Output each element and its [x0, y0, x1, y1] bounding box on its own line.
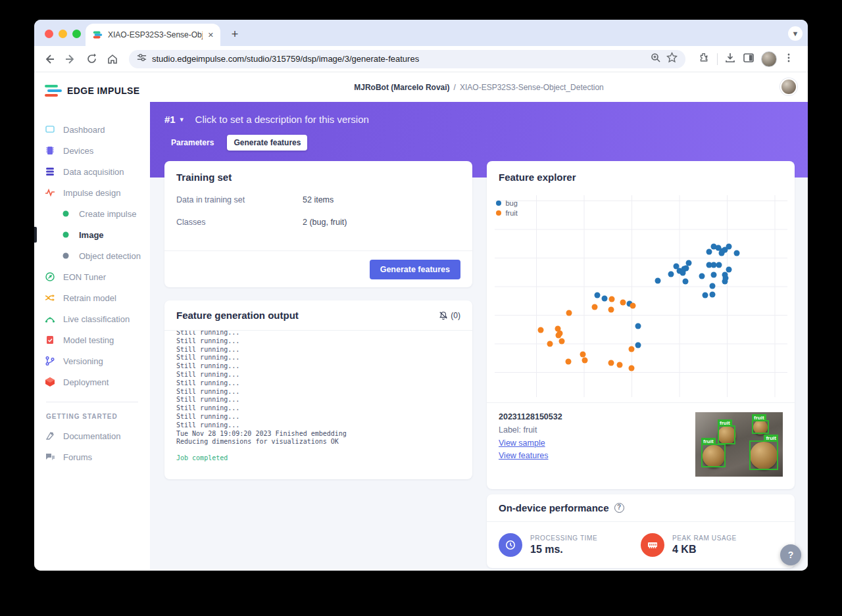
- browser-menu-icon[interactable]: [783, 53, 794, 66]
- scatter-point-bug[interactable]: [726, 244, 731, 250]
- sample-thumbnail[interactable]: fruitfruitfruitfruit: [695, 412, 783, 477]
- scatter-point-fruit[interactable]: [616, 362, 622, 368]
- sidebar-item-data-acquisition[interactable]: Data acquisition: [34, 161, 150, 182]
- scatter-point-fruit[interactable]: [558, 339, 564, 344]
- scatter-point-bug[interactable]: [706, 249, 712, 255]
- user-avatar[interactable]: [780, 78, 797, 95]
- sidebar-item-impulse-design[interactable]: Impulse design: [34, 182, 150, 203]
- sidebar-item-retrain-model[interactable]: Retrain model: [34, 287, 150, 308]
- legend-item-fruit[interactable]: fruit: [496, 209, 518, 217]
- scatter-point-fruit[interactable]: [580, 352, 585, 358]
- scatter-point-bug[interactable]: [702, 293, 708, 298]
- feature-explorer-plot[interactable]: bugfruit: [495, 195, 787, 397]
- tab-generate-features[interactable]: Generate features: [227, 135, 307, 151]
- sidebar-item-model-testing[interactable]: Model testing: [34, 329, 150, 350]
- feature-output-title: Feature generation output: [176, 310, 299, 321]
- stat-peak-ram-usage: PEAK RAM USAGE4 KB: [641, 533, 783, 557]
- home-button[interactable]: [104, 51, 121, 68]
- version-description[interactable]: Click to set a description for this vers…: [195, 114, 369, 125]
- scatter-point-bug[interactable]: [733, 250, 739, 256]
- browser-profile-avatar[interactable]: [761, 51, 777, 67]
- bookmark-star-icon[interactable]: [666, 52, 678, 66]
- sidebar-item-dashboard[interactable]: Dashboard: [34, 119, 150, 140]
- scatter-point-bug[interactable]: [699, 273, 705, 279]
- side-panel-icon[interactable]: [743, 52, 755, 66]
- scatter-point-bug[interactable]: [635, 343, 641, 348]
- sidebar-item-devices[interactable]: Devices: [34, 140, 150, 161]
- url-text[interactable]: studio.edgeimpulse.com/studio/315759/dsp…: [152, 54, 645, 64]
- scatter-point-bug[interactable]: [685, 260, 691, 266]
- sidebar-item-live-classification[interactable]: Live classification: [34, 308, 150, 329]
- version-selector[interactable]: #1 ▼: [164, 114, 185, 125]
- scatter-point-bug[interactable]: [635, 323, 641, 329]
- on-device-performance-card: On-device performance ? PROCESSING TIME1…: [487, 494, 795, 568]
- scatter-point-fruit[interactable]: [591, 304, 597, 310]
- scatter-point-bug[interactable]: [682, 279, 688, 285]
- legend-item-bug[interactable]: bug: [496, 199, 518, 207]
- breadcrumb-page[interactable]: XIAO-ESP32S3-Sense-Object_Detection: [460, 83, 604, 92]
- scatter-point-bug[interactable]: [709, 283, 715, 289]
- edge-impulse-logo[interactable]: EDGE IMPULSE: [45, 84, 150, 97]
- legend-label: fruit: [506, 209, 518, 217]
- tab-parameters[interactable]: Parameters: [164, 135, 220, 151]
- scatter-point-fruit[interactable]: [555, 333, 561, 339]
- scatter-point-fruit[interactable]: [630, 303, 635, 309]
- scatter-point-fruit[interactable]: [582, 358, 587, 364]
- view-sample-link[interactable]: View sample: [499, 438, 695, 448]
- sidebar-item-create-impulse[interactable]: Create impulse: [34, 203, 150, 224]
- generate-features-button[interactable]: Generate features: [370, 260, 460, 279]
- close-window-button[interactable]: [45, 30, 53, 38]
- detection-bounding-box: fruit: [752, 420, 769, 434]
- zoom-window-button[interactable]: [72, 30, 81, 38]
- extensions-puzzle-icon[interactable]: [699, 52, 710, 66]
- stat-label: PEAK RAM USAGE: [672, 534, 737, 542]
- tab-search-chevron-icon[interactable]: ▼: [788, 26, 803, 41]
- browser-tab[interactable]: XIAO-ESP32S3-Sense-Objec ✕: [86, 24, 220, 46]
- scatter-point-bug[interactable]: [709, 292, 715, 298]
- sidebar-nav: DashboardDevicesData acquisitionImpulse …: [34, 119, 150, 392]
- row-value: 52 items: [303, 195, 334, 204]
- url-bar[interactable]: studio.edgeimpulse.com/studio/315759/dsp…: [129, 50, 685, 68]
- scatter-point-fruit[interactable]: [537, 327, 543, 333]
- scatter-point-fruit[interactable]: [608, 296, 614, 302]
- tab-close-icon[interactable]: ✕: [208, 31, 214, 39]
- forward-button[interactable]: [62, 51, 79, 68]
- scatter-point-fruit[interactable]: [608, 360, 614, 366]
- scatter-point-bug[interactable]: [655, 278, 660, 284]
- sidebar-item-forums[interactable]: Forums: [34, 446, 150, 467]
- back-button[interactable]: [41, 51, 58, 68]
- scatter-point-fruit[interactable]: [628, 346, 634, 352]
- scatter-point-bug[interactable]: [710, 272, 716, 278]
- scatter-point-bug[interactable]: [668, 272, 674, 277]
- zoom-page-icon[interactable]: [651, 53, 661, 66]
- scatter-point-fruit[interactable]: [608, 307, 614, 313]
- minimize-window-button[interactable]: [59, 30, 67, 38]
- scatter-point-bug[interactable]: [726, 267, 731, 273]
- notifications-toggle[interactable]: (0): [439, 311, 460, 320]
- sidebar-item-deployment[interactable]: Deployment: [34, 371, 150, 392]
- sidebar-item-image[interactable]: Image: [34, 224, 150, 245]
- performance-help-icon[interactable]: ?: [614, 503, 624, 513]
- scatter-point-bug[interactable]: [683, 266, 689, 272]
- scatter-point-bug[interactable]: [594, 293, 600, 298]
- breadcrumb-project[interactable]: MJRoBot (Marcelo Rovai): [354, 83, 449, 92]
- sidebar-item-documentation[interactable]: Documentation: [34, 425, 150, 446]
- scatter-point-bug[interactable]: [716, 262, 722, 268]
- view-features-link[interactable]: View features: [499, 451, 695, 460]
- downloads-icon[interactable]: [724, 52, 736, 66]
- help-fab-button[interactable]: ?: [780, 544, 801, 565]
- scatter-point-fruit[interactable]: [628, 366, 634, 371]
- reload-button[interactable]: [83, 51, 100, 68]
- sidebar-item-object-detection[interactable]: Object detection: [34, 245, 150, 266]
- scatter-point-fruit[interactable]: [547, 341, 553, 347]
- versioning-icon: [45, 356, 55, 366]
- sidebar-item-versioning[interactable]: Versioning: [34, 350, 150, 371]
- scatter-point-fruit[interactable]: [620, 300, 626, 306]
- scatter-point-bug[interactable]: [722, 275, 728, 281]
- new-tab-button[interactable]: +: [226, 25, 244, 43]
- scatter-point-bug[interactable]: [601, 296, 607, 302]
- site-settings-icon[interactable]: [137, 53, 147, 65]
- sidebar-item-eon-tuner[interactable]: EON Tuner: [34, 266, 150, 287]
- scatter-point-fruit[interactable]: [565, 359, 571, 365]
- scatter-point-fruit[interactable]: [566, 310, 572, 316]
